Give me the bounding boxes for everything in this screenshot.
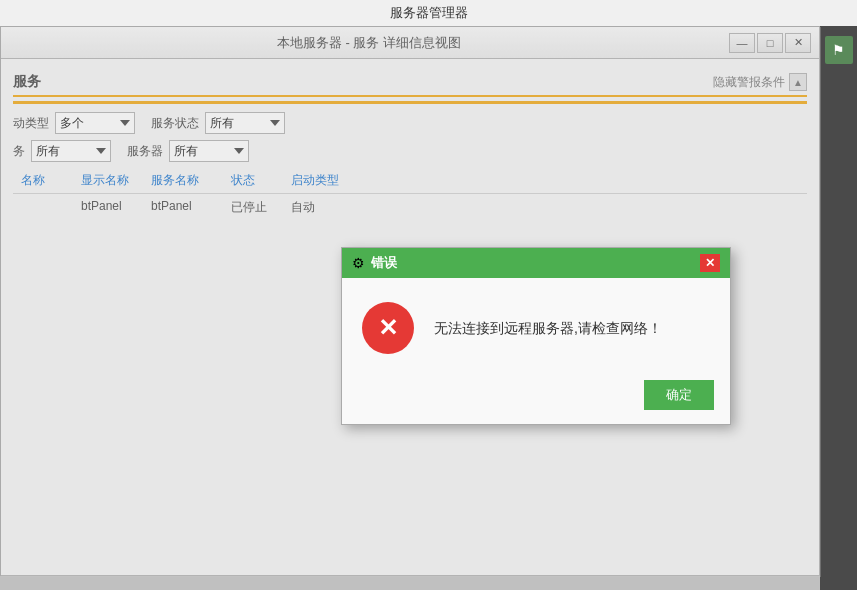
right-panel-icon[interactable]: ⚑: [825, 36, 853, 64]
app-title-bar: 服务器管理器: [0, 0, 857, 27]
confirm-button[interactable]: 确定: [644, 380, 714, 410]
dialog-footer: 确定: [342, 370, 730, 424]
right-panel: ⚑: [820, 26, 857, 590]
dialog-body: ✕ 无法连接到远程服务器,请检查网络！: [342, 278, 730, 370]
error-icon-circle: ✕: [362, 302, 414, 354]
app-title: 服务器管理器: [390, 5, 468, 20]
dialog-title-text: 错误: [371, 254, 700, 272]
main-window: 本地服务器 - 服务 详细信息视图 — □ ✕ 服务 隐藏警报条件 ▲ 动类型 …: [0, 26, 820, 576]
dialog-message: 无法连接到远程服务器,请检查网络！: [434, 318, 662, 339]
error-dialog: ⚙ 错误 ✕ ✕ 无法连接到远程服务器,请检查网络！ 确定: [341, 247, 731, 425]
dialog-close-button[interactable]: ✕: [700, 254, 720, 272]
right-panel-icon-symbol: ⚑: [832, 42, 845, 58]
dialog-title-icon: ⚙: [352, 255, 365, 271]
error-x-icon: ✕: [378, 314, 398, 342]
dialog-title-bar: ⚙ 错误 ✕: [342, 248, 730, 278]
